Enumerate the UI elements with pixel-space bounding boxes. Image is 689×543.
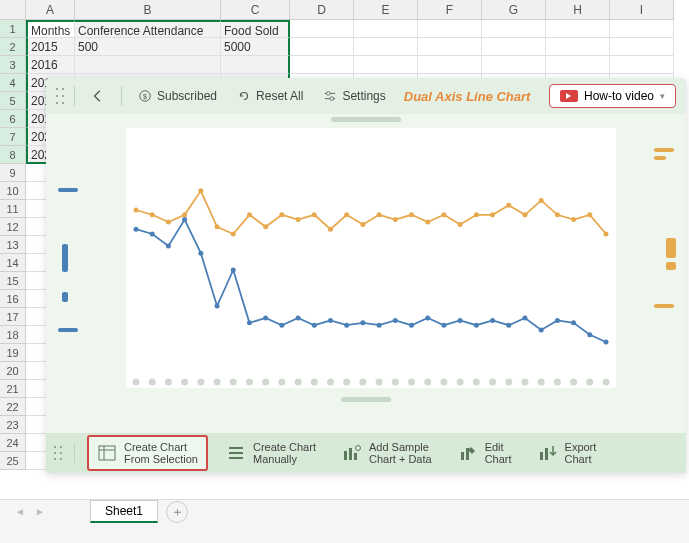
svg-point-74 xyxy=(296,217,301,222)
row-header[interactable]: 2 xyxy=(0,38,26,56)
row-header[interactable]: 4 xyxy=(0,74,26,92)
cell[interactable] xyxy=(482,56,546,74)
drag-handle-icon[interactable] xyxy=(54,445,62,461)
cell[interactable]: 5000 xyxy=(221,38,290,56)
sheet-tabs: ◄ ► Sheet1 ＋ xyxy=(0,499,689,523)
svg-point-14 xyxy=(295,379,302,386)
row-header[interactable]: 8 xyxy=(0,146,26,164)
edit-chart-button[interactable]: EditChart xyxy=(450,437,520,469)
col-header[interactable]: E xyxy=(354,0,418,20)
cell[interactable] xyxy=(290,56,354,74)
col-header[interactable]: D xyxy=(290,0,354,20)
row-header[interactable]: 1 xyxy=(0,20,26,38)
row-header[interactable]: 9 xyxy=(0,164,26,182)
cell[interactable]: Conference Attendance xyxy=(75,20,221,38)
cell[interactable]: Food Sold xyxy=(221,20,290,38)
svg-point-88 xyxy=(522,212,527,217)
svg-point-18 xyxy=(359,379,366,386)
row-header[interactable]: 20 xyxy=(0,362,26,380)
row-header[interactable]: 10 xyxy=(0,182,26,200)
cell[interactable] xyxy=(482,20,546,38)
create-chart-manually-button[interactable]: Create ChartManually xyxy=(218,437,324,469)
row-header[interactable]: 11 xyxy=(0,200,26,218)
cell[interactable] xyxy=(610,56,674,74)
svg-point-98 xyxy=(355,446,360,451)
svg-point-45 xyxy=(312,323,317,328)
cell[interactable] xyxy=(354,56,418,74)
cell[interactable] xyxy=(221,56,290,74)
cell[interactable] xyxy=(418,56,482,74)
row-header[interactable]: 22 xyxy=(0,398,26,416)
svg-point-22 xyxy=(424,379,431,386)
row-header[interactable]: 17 xyxy=(0,308,26,326)
svg-point-87 xyxy=(506,203,511,208)
howto-video-button[interactable]: How-to video ▾ xyxy=(549,84,676,108)
cell[interactable]: 2015 xyxy=(26,38,75,56)
row-header[interactable]: 13 xyxy=(0,236,26,254)
tab-nav-next[interactable]: ► xyxy=(30,506,50,517)
cell[interactable] xyxy=(546,56,610,74)
cell[interactable] xyxy=(482,38,546,56)
add-sample-button[interactable]: Add SampleChart + Data xyxy=(334,437,440,469)
col-header[interactable]: C xyxy=(221,0,290,20)
tab-nav-prev[interactable]: ◄ xyxy=(10,506,30,517)
cell[interactable] xyxy=(290,20,354,38)
add-sheet-button[interactable]: ＋ xyxy=(166,501,188,523)
create-chart-from-selection-button[interactable]: Create ChartFrom Selection xyxy=(87,435,208,471)
col-header[interactable]: F xyxy=(418,0,482,20)
col-header[interactable]: G xyxy=(482,0,546,20)
arrow-left-icon xyxy=(91,89,105,103)
cell[interactable]: 2016 xyxy=(26,56,75,74)
row-header[interactable]: 19 xyxy=(0,344,26,362)
cell[interactable] xyxy=(418,20,482,38)
row-header[interactable]: 7 xyxy=(0,128,26,146)
svg-point-65 xyxy=(150,212,155,217)
settings-button[interactable]: Settings xyxy=(317,85,391,107)
back-button[interactable] xyxy=(85,85,111,107)
row-header[interactable]: 6 xyxy=(0,110,26,128)
grab-handle-top[interactable] xyxy=(331,117,401,122)
cell[interactable]: 500 xyxy=(75,38,221,56)
row-header[interactable]: 16 xyxy=(0,290,26,308)
row-header[interactable]: 18 xyxy=(0,326,26,344)
row-header[interactable]: 14 xyxy=(0,254,26,272)
svg-point-38 xyxy=(198,251,203,256)
cell[interactable] xyxy=(418,38,482,56)
row-header[interactable]: 12 xyxy=(0,218,26,236)
col-header[interactable]: I xyxy=(610,0,674,20)
select-all-corner[interactable] xyxy=(0,0,26,20)
row-header[interactable]: 23 xyxy=(0,416,26,434)
grab-handle-bottom[interactable] xyxy=(341,397,391,402)
svg-rect-94 xyxy=(99,446,115,460)
cell[interactable] xyxy=(610,38,674,56)
row-header[interactable]: 24 xyxy=(0,434,26,452)
cell[interactable] xyxy=(546,38,610,56)
cell[interactable] xyxy=(354,20,418,38)
row-header[interactable]: 25 xyxy=(0,452,26,470)
cell[interactable] xyxy=(290,38,354,56)
col-header[interactable]: B xyxy=(75,0,221,20)
cell[interactable] xyxy=(354,38,418,56)
subscribed-button[interactable]: $Subscribed xyxy=(132,85,223,107)
svg-point-36 xyxy=(166,244,171,249)
col-header[interactable]: A xyxy=(26,0,75,20)
cell[interactable] xyxy=(75,56,221,74)
row-header[interactable]: 21 xyxy=(0,380,26,398)
col-header[interactable]: H xyxy=(546,0,610,20)
row-header[interactable]: 5 xyxy=(0,92,26,110)
reset-button[interactable]: Reset All xyxy=(231,85,309,107)
svg-point-46 xyxy=(328,318,333,323)
cell[interactable]: Months xyxy=(26,20,75,38)
svg-point-42 xyxy=(263,316,268,321)
svg-point-70 xyxy=(231,232,236,237)
svg-rect-101 xyxy=(540,452,543,460)
row-header[interactable]: 15 xyxy=(0,272,26,290)
cell[interactable] xyxy=(610,20,674,38)
svg-point-50 xyxy=(393,318,398,323)
drag-handle-icon[interactable] xyxy=(56,87,64,105)
svg-point-30 xyxy=(554,379,561,386)
cell[interactable] xyxy=(546,20,610,38)
row-header[interactable]: 3 xyxy=(0,56,26,74)
sheet-tab[interactable]: Sheet1 xyxy=(90,500,158,523)
export-chart-button[interactable]: ExportChart xyxy=(530,437,605,469)
